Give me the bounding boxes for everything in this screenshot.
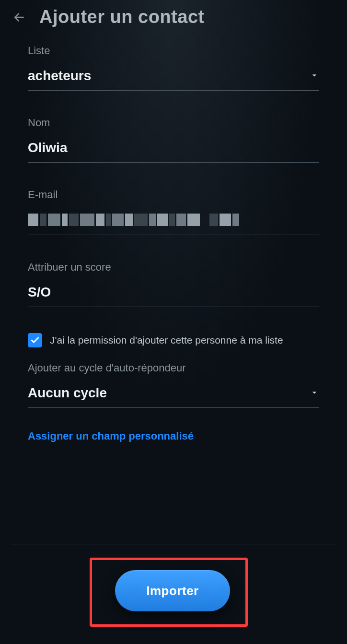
permission-label: J'ai la permission d'ajouter cette perso… [50, 334, 283, 346]
score-input[interactable]: S/O [28, 284, 319, 307]
name-field: Nom Oliwia [28, 117, 319, 163]
email-field: E-mail [28, 189, 319, 235]
permission-checkbox[interactable] [28, 333, 42, 347]
arrow-left-icon [13, 11, 25, 24]
name-input[interactable]: Oliwia [28, 140, 319, 163]
name-value: Oliwia [28, 140, 67, 155]
autoresponder-select[interactable]: Aucun cycle [28, 385, 319, 408]
chevron-down-icon [310, 385, 319, 401]
chevron-down-icon [310, 68, 319, 83]
page-title: Ajouter un contact [39, 7, 205, 27]
list-field: Liste acheteurs [28, 45, 319, 91]
list-label: Liste [28, 45, 319, 57]
autoresponder-value: Aucun cycle [28, 385, 107, 401]
header: Ajouter un contact [0, 0, 347, 32]
email-label: E-mail [28, 189, 319, 201]
score-value: S/O [28, 285, 51, 300]
score-field: Attribuer un score S/O [28, 261, 319, 307]
add-contact-form: Liste acheteurs Nom Oliwia E-mail [0, 32, 347, 442]
footer-separator [11, 545, 336, 545]
import-button[interactable]: Importer [115, 570, 230, 611]
autoresponder-label: Ajouter au cycle d'auto-répondeur [28, 362, 319, 374]
permission-row: J'ai la permission d'ajouter cette perso… [28, 333, 319, 347]
email-input[interactable] [28, 212, 319, 235]
back-button[interactable] [10, 8, 29, 27]
list-value: acheteurs [28, 68, 91, 83]
check-icon [30, 335, 40, 345]
email-value-redacted [28, 212, 239, 228]
score-label: Attribuer un score [28, 261, 319, 274]
list-select[interactable]: acheteurs [28, 68, 319, 91]
name-label: Nom [28, 117, 319, 129]
assign-custom-field-link[interactable]: Assigner un champ personnalisé [28, 430, 194, 442]
